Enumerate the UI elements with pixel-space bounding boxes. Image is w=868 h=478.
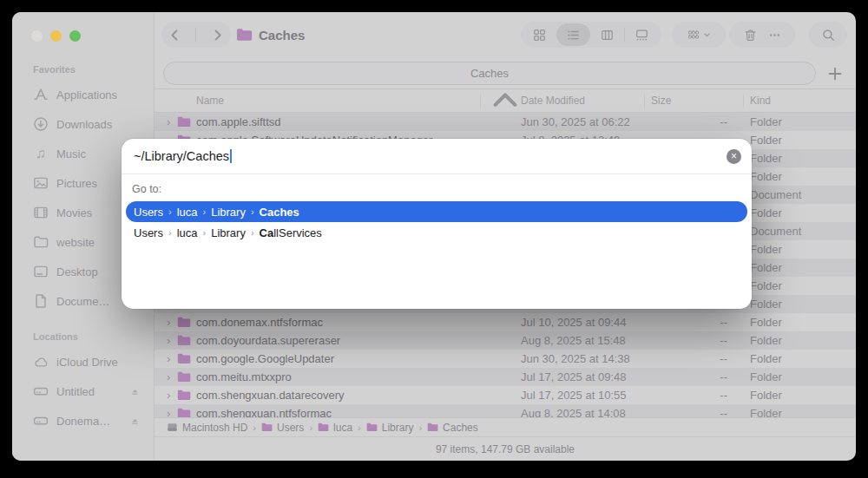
window-title: Caches [236, 22, 305, 48]
desktop-icon [33, 264, 49, 279]
sidebar-item-label: Music [56, 147, 86, 160]
disclosure-chevron-icon: › [167, 331, 170, 350]
column-header-kind[interactable]: Kind [750, 95, 771, 107]
column-divider[interactable] [480, 95, 481, 108]
sidebar-item-iclouddrive[interactable]: iCloud Drive [12, 347, 154, 377]
breadcrumb-item-luca[interactable]: luca [318, 422, 352, 434]
icon-view-button[interactable] [523, 23, 556, 46]
folder-icon [177, 317, 191, 328]
file-kind: Folder [750, 313, 782, 331]
file-name: com.meitu.mtxxpro [196, 368, 292, 386]
breadcrumb-item-library[interactable]: Library [366, 422, 414, 434]
breadcrumb-item-users[interactable]: Users [261, 422, 304, 434]
zoom-button[interactable] [69, 30, 81, 42]
status-bar: 97 items, 147.79 GB available [155, 436, 856, 461]
close-button[interactable] [31, 30, 43, 42]
sidebar-item-label: Docume… [56, 295, 109, 308]
table-row[interactable]: ›com.meitu.mtxxproJul 17, 2025 at 09:48-… [155, 368, 856, 386]
trash-button[interactable] [744, 29, 757, 42]
status-text: 97 items, 147.79 GB available [436, 443, 575, 455]
file-size: -- [644, 331, 727, 350]
group-button[interactable] [672, 22, 726, 48]
file-kind: Folder [750, 386, 782, 404]
sidebar-item-donema[interactable]: Donema… [12, 406, 154, 435]
gallery-view-icon [635, 29, 648, 42]
disclosure-chevron-icon: › [167, 113, 170, 131]
table-row[interactable]: ›com.google.GoogleUpdaterJun 30, 2025 at… [155, 350, 856, 368]
toolbar: Caches [155, 12, 856, 57]
column-view-button[interactable] [590, 23, 624, 46]
disclosure-chevron-icon: › [167, 313, 170, 331]
file-size: -- [644, 350, 727, 368]
folder-outline-icon [33, 234, 49, 250]
list-view-icon [567, 29, 580, 42]
column-header-size[interactable]: Size [651, 95, 671, 107]
list-view-button[interactable] [556, 23, 590, 46]
file-kind: Folder [750, 350, 782, 368]
path-suggestion-selected[interactable]: Users›luca›Library›Caches [126, 201, 747, 222]
sidebar-item-untitled[interactable]: Untitled [12, 377, 154, 406]
clear-input-button[interactable]: × [727, 149, 741, 164]
breadcrumb-item-macintoshhd[interactable]: Macintosh HD [167, 422, 247, 434]
path-input[interactable]: ~/Library/Caches × [122, 139, 752, 174]
file-date-modified: Jul 10, 2025 at 09:44 [521, 313, 626, 331]
breadcrumb-item-caches[interactable]: Caches [427, 422, 478, 434]
traffic-lights [31, 30, 154, 42]
view-switcher [521, 22, 661, 48]
eject-icon[interactable] [130, 416, 140, 426]
sidebar-item-label: Movies [56, 206, 92, 219]
file-name: com.shengxuan.datarecovery [196, 386, 345, 404]
forward-button[interactable] [211, 29, 224, 42]
sidebar-item-applications[interactable]: Applications [12, 80, 154, 109]
table-row[interactable]: ›com.shengxuan.datarecoveryJul 17, 2025 … [155, 386, 856, 404]
path-segment: Users [134, 226, 163, 239]
minimize-button[interactable] [50, 30, 62, 42]
column-divider[interactable] [644, 95, 645, 108]
table-row[interactable]: ›com.doyourdata.supereraserAug 8, 2025 a… [155, 331, 856, 350]
folder-icon [177, 390, 191, 401]
path-segment: luca [177, 206, 198, 219]
tab-caches[interactable]: Caches [163, 62, 816, 85]
eject-icon[interactable] [130, 387, 140, 396]
file-size: -- [644, 313, 727, 331]
page-title: Caches [259, 28, 305, 43]
go-to-folder-dialog: ~/Library/Caches × Go to: Users›luca›Lib… [122, 139, 752, 309]
file-name: com.google.GoogleUpdater [196, 350, 334, 368]
folder-icon [177, 353, 191, 364]
file-kind: Folder [750, 149, 782, 167]
more-button[interactable] [768, 29, 781, 42]
column-divider[interactable] [743, 95, 744, 108]
file-date-modified: Jun 30, 2025 at 06:22 [521, 113, 630, 131]
table-row[interactable]: ›com.donemax.ntfsformacJul 10, 2025 at 0… [155, 313, 856, 331]
path-input-value: ~/Library/Caches [134, 139, 232, 174]
chevron-down-icon [703, 31, 711, 39]
appstore-icon [33, 87, 49, 102]
path-suggestion[interactable]: Users›luca›Library›CallServices [126, 222, 747, 243]
folder-icon [261, 422, 273, 432]
back-button[interactable] [168, 29, 181, 42]
gallery-view-button[interactable] [625, 23, 659, 46]
file-date-modified: Jul 17, 2025 at 09:48 [521, 368, 626, 386]
table-row[interactable]: ›com.apple.sifttsdJun 30, 2025 at 06:22-… [155, 113, 856, 131]
file-kind: Folder [750, 331, 782, 350]
file-name: com.doyourdata.supereraser [196, 331, 340, 350]
column-header-name[interactable]: Name [196, 95, 224, 107]
go-to-label: Go to: [132, 183, 752, 198]
pictures-icon [33, 175, 49, 191]
breadcrumb-label: Users [277, 422, 304, 434]
file-size: -- [644, 368, 727, 386]
column-header-date[interactable]: Date Modified [521, 95, 585, 107]
cloud-icon [33, 354, 49, 370]
breadcrumb-separator: › [309, 422, 312, 433]
tab-label: Caches [470, 67, 509, 80]
path-separator: › [168, 227, 172, 238]
table-row[interactable]: ›com.shengxuan.ntfsformacAug 8, 2025 at … [155, 404, 856, 417]
disclosure-chevron-icon: › [167, 368, 170, 386]
document-icon [33, 293, 49, 309]
path-separator: › [168, 206, 172, 217]
file-kind: Folder [750, 368, 782, 386]
sidebar-item-downloads[interactable]: Downloads [12, 109, 154, 139]
path-separator: › [202, 227, 206, 238]
search-button[interactable] [809, 22, 847, 48]
new-tab-button[interactable] [826, 65, 844, 82]
